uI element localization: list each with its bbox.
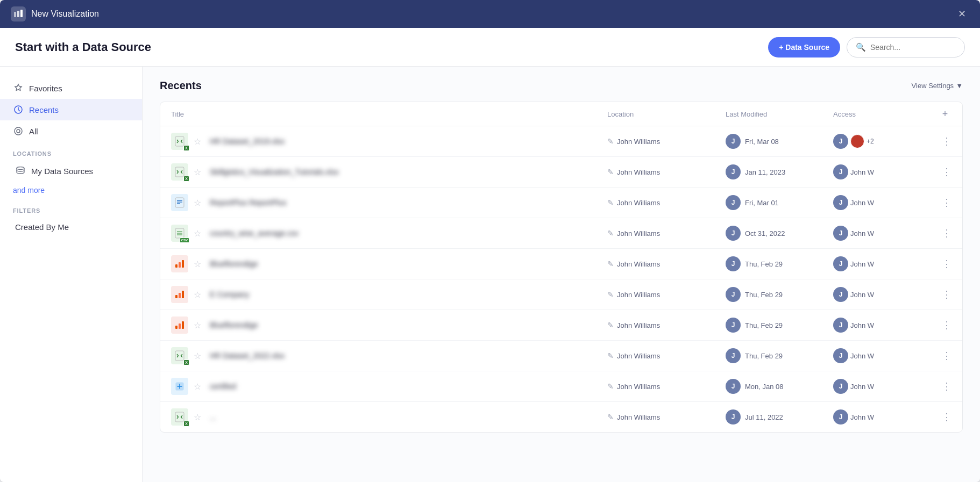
row-name: HR Dataset_2019.xlsx xyxy=(210,137,285,146)
access-cell: J +2 xyxy=(833,134,930,149)
sidebar-item-favorites[interactable]: Favorites xyxy=(0,77,142,99)
page-title: Start with a Data Source xyxy=(15,40,151,54)
sidebar-item-my-data-sources[interactable]: My Data Sources xyxy=(0,160,142,182)
table-row[interactable]: ☆ certified ✎ John Williams J Mon, Jan 0… xyxy=(160,371,962,402)
location-cell: ✎ John Williams xyxy=(607,168,726,176)
star-button[interactable]: ☆ xyxy=(194,136,201,147)
sidebar-item-and-more[interactable]: and more xyxy=(0,182,142,199)
section-header: Recents View Settings ▼ xyxy=(160,80,963,92)
more-options-button[interactable]: ⋮ xyxy=(942,319,951,331)
access-cell: J John W xyxy=(833,409,930,425)
star-button[interactable]: ☆ xyxy=(194,320,201,330)
filters-section-label: FILTERS xyxy=(0,199,142,217)
sidebar-item-all-label: All xyxy=(29,127,38,136)
row-name: ReportPlus ReportPlus xyxy=(210,198,286,207)
row-actions: ⋮ xyxy=(930,411,951,423)
more-options-button[interactable]: ⋮ xyxy=(942,258,951,270)
access-cell: J John W xyxy=(833,256,930,271)
more-options-button[interactable]: ⋮ xyxy=(942,380,951,392)
row-title-cell: ☆ certified xyxy=(171,378,607,395)
person-icon: ✎ xyxy=(607,198,614,207)
add-data-source-button[interactable]: + Data Source xyxy=(768,37,840,57)
avatar: J xyxy=(726,134,741,149)
person-icon: ✎ xyxy=(607,137,614,146)
table-row[interactable]: ☆ ReportPlus ReportPlus ✎ John Williams … xyxy=(160,188,962,218)
date-cell: J Oct 31, 2022 xyxy=(726,226,833,241)
search-bar: 🔍 xyxy=(847,37,965,57)
favorites-icon xyxy=(13,83,24,93)
table-row[interactable]: ☆ Blueflorendige ✎ John Williams J Thu, … xyxy=(160,249,962,279)
close-button[interactable]: ✕ xyxy=(954,6,969,21)
svg-rect-23 xyxy=(175,326,177,329)
more-options-button[interactable]: ⋮ xyxy=(942,166,951,178)
date-cell: J Thu, Feb 29 xyxy=(726,348,833,363)
table-row[interactable]: X ☆ ... ✎ John Williams J Jul 11, 2022 J… xyxy=(160,402,962,432)
access-avatar: J xyxy=(833,379,848,394)
data-table: Title Location Last Modified Access + X … xyxy=(160,102,963,433)
add-column-button[interactable]: + xyxy=(939,107,951,120)
row-title-cell: ☆ ReportPlus ReportPlus xyxy=(171,194,607,211)
avatar: J xyxy=(726,348,741,363)
last-modified-date: Jul 11, 2022 xyxy=(745,413,783,421)
last-modified-date: Fri, Mar 08 xyxy=(745,138,779,146)
avatar: J xyxy=(726,226,741,241)
app-logo xyxy=(11,6,26,21)
last-modified-date: Thu, Feb 29 xyxy=(745,352,783,360)
access-cell: J John W xyxy=(833,195,930,210)
svg-point-6 xyxy=(17,167,24,170)
last-modified-date: Jan 11, 2023 xyxy=(745,168,785,176)
more-options-button[interactable]: ⋮ xyxy=(942,411,951,423)
star-button[interactable]: ☆ xyxy=(194,290,201,300)
table-row[interactable]: ☆ Blueflorendige ✎ John Williams J Thu, … xyxy=(160,310,962,341)
star-button[interactable]: ☆ xyxy=(194,412,201,422)
sidebar-item-recents[interactable]: Recents xyxy=(0,99,142,120)
svg-rect-28 xyxy=(175,412,184,422)
view-settings-button[interactable]: View Settings ▼ xyxy=(912,82,963,90)
row-title-cell: X ☆ HR Dataset_2022.xlsx xyxy=(171,347,607,364)
person-icon: ✎ xyxy=(607,260,614,268)
title-bar-left: New Visualization xyxy=(11,6,99,21)
access-label: John W xyxy=(850,168,874,176)
more-options-button[interactable]: ⋮ xyxy=(942,227,951,239)
star-button[interactable]: ☆ xyxy=(194,228,201,239)
search-input[interactable] xyxy=(870,43,956,52)
body-layout: Favorites Recents All LOCATIONS My Da xyxy=(0,67,980,482)
table-row[interactable]: X ☆ HR Dataset_2022.xlsx ✎ John Williams… xyxy=(160,341,962,371)
star-button[interactable]: ☆ xyxy=(194,167,201,177)
table-row[interactable]: ☆ E Company ✎ John Williams J Thu, Feb 2… xyxy=(160,279,962,310)
star-button[interactable]: ☆ xyxy=(194,198,201,208)
more-options-button[interactable]: ⋮ xyxy=(942,350,951,362)
section-title: Recents xyxy=(160,80,202,92)
star-button[interactable]: ☆ xyxy=(194,382,201,392)
access-cell: J John W xyxy=(833,318,930,333)
row-name: HR Dataset_2022.xlsx xyxy=(210,351,285,360)
more-options-button[interactable]: ⋮ xyxy=(942,197,951,208)
table-row[interactable]: CSV ☆ country_wise_average.csv ✎ John Wi… xyxy=(160,218,962,249)
location-cell: ✎ John Williams xyxy=(607,413,726,421)
star-button[interactable]: ☆ xyxy=(194,351,201,361)
row-actions: ⋮ xyxy=(930,380,951,392)
more-options-button[interactable]: ⋮ xyxy=(942,135,951,147)
svg-rect-21 xyxy=(179,293,181,298)
access-label: John W xyxy=(850,199,874,207)
sidebar-item-all[interactable]: All xyxy=(0,120,142,142)
avatar: J xyxy=(726,287,741,302)
svg-rect-2 xyxy=(20,10,23,17)
row-title-cell: CSV ☆ country_wise_average.csv xyxy=(171,225,607,242)
person-icon: ✎ xyxy=(607,290,614,299)
person-icon: ✎ xyxy=(607,229,614,238)
svg-rect-22 xyxy=(182,291,184,298)
row-actions: ⋮ xyxy=(930,350,951,362)
more-options-button[interactable]: ⋮ xyxy=(942,289,951,300)
sidebar-item-created-by-me[interactable]: Created By Me xyxy=(0,217,142,237)
avatar: J xyxy=(726,256,741,271)
table-row[interactable]: X ☆ HR Dataset_2019.xlsx ✎ John Williams… xyxy=(160,126,962,157)
access-label: John W xyxy=(850,321,874,329)
title-bar: New Visualization ✕ xyxy=(0,0,980,28)
location-value: John Williams xyxy=(617,352,660,360)
access-cell: J John W xyxy=(833,287,930,302)
star-button[interactable]: ☆ xyxy=(194,259,201,269)
access-avatar: J xyxy=(833,348,848,363)
table-row[interactable]: X ☆ Skillgistics_Visualization_Tutorials… xyxy=(160,157,962,188)
table-header-row: Title Location Last Modified Access + xyxy=(160,102,962,126)
